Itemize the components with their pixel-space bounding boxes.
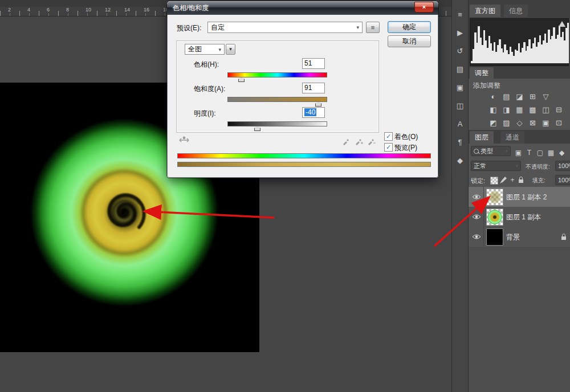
ruler-number: 12 [105, 7, 111, 13]
close-button[interactable]: × [414, 2, 434, 13]
adjustment-icon[interactable]: ▤ [500, 92, 513, 101]
divider [483, 227, 484, 247]
adjustment-icon[interactable]: ▩ [526, 105, 539, 114]
eye-icon[interactable] [472, 214, 481, 220]
layer-row-copy2[interactable]: 图层 1 副本 2 [469, 187, 570, 207]
lock-paint-icon[interactable] [500, 177, 507, 183]
eyedropper-add-icon[interactable] [355, 137, 363, 145]
adjustment-icon[interactable]: ◩ [487, 119, 500, 127]
fill-label: 填充: [532, 177, 545, 185]
eyedropper-icon[interactable] [342, 137, 351, 145]
histogram-warning-icon[interactable] [559, 21, 565, 27]
hue-saturation-dialog: 色相/饱和度 × 预设(E): 自定 ▾ ≡ 确定 取消 全图 ▾ ▾ 色相(H… [167, 1, 438, 178]
adjustment-icon[interactable]: ▦ [513, 105, 526, 114]
adjustment-icon[interactable]: ⊠ [526, 119, 539, 127]
cancel-button[interactable]: 取消 [388, 35, 431, 47]
layer-name[interactable]: 背景 [506, 232, 520, 242]
character-panel-icon[interactable]: A [452, 117, 468, 130]
channel-value: 全图 [188, 44, 202, 54]
layer-filter-row: 类型 ▾ ▣T▢▦◆ [469, 144, 570, 159]
adjustment-icon[interactable]: ◇ [513, 119, 526, 127]
adjustment-icon[interactable]: ▣ [539, 119, 552, 127]
preset-options-button[interactable]: ≡ [366, 22, 380, 33]
blend-mode-row: 正常 ▾ 不透明度: 100% [469, 158, 570, 174]
layer-filter-icon[interactable]: T [524, 149, 535, 157]
adjustment-icon[interactable]: ◫ [539, 105, 552, 114]
lock-label: 锁定: [471, 177, 485, 185]
adjustment-icon[interactable]: ⊞ [526, 92, 539, 101]
lightness-input[interactable]: -40 [302, 107, 325, 118]
tab-layers[interactable]: 图层 [470, 131, 494, 144]
layer-row-copy[interactable]: 图层 1 副本 [469, 207, 570, 227]
adjustment-row: ◩▨◇⊠▣⊡ [487, 117, 570, 128]
hue-value: 51 [304, 59, 312, 67]
adjustment-icon[interactable]: ▨ [500, 119, 513, 127]
fill-dropdown[interactable]: 100% [555, 175, 570, 185]
adjustments-panel: 添加调整 ◐▤◪⊞▽ ◧◨▦▩◫⊟ ◩▨◇⊠▣⊡ [469, 79, 570, 130]
layer-filter-dropdown[interactable]: 类型 ▾ [471, 146, 511, 156]
lightness-slider[interactable] [227, 121, 327, 126]
layer-thumbnail[interactable] [486, 209, 503, 226]
layer-row-background[interactable]: 背景 [469, 227, 570, 247]
collapse-panels-icon[interactable]: ≡ [452, 8, 468, 21]
channel-dropdown[interactable]: 全图 ▾ [185, 44, 225, 55]
hue-slider[interactable] [227, 72, 327, 77]
layer-comps-icon[interactable]: ◫ [452, 99, 468, 112]
dialog-title: 色相/饱和度 [173, 1, 209, 15]
lock-all-icon[interactable] [518, 176, 525, 183]
adjustment-icon[interactable]: ⊟ [552, 105, 565, 114]
adjustment-icon[interactable]: ◧ [487, 105, 500, 114]
colorize-checkbox[interactable]: ✓ [384, 132, 393, 141]
actions-icon[interactable]: ▶ [452, 26, 468, 39]
3d-panel-icon[interactable]: ◆ [452, 154, 468, 166]
paragraph-panel-icon[interactable]: ¶ [452, 136, 468, 148]
panel-icon-strip: ≡▶↺▤▣◫A¶◆ [451, 0, 469, 392]
ruler-number: 2 [8, 7, 11, 13]
chevron-down-icon: ▾ [229, 46, 232, 52]
layer-filter-icon[interactable]: ▦ [545, 149, 556, 157]
lock-transparency-icon[interactable] [490, 177, 498, 185]
tab-channels[interactable]: 通道 [500, 131, 524, 144]
clone-source-icon[interactable]: ▣ [452, 81, 468, 93]
layer-name[interactable]: 图层 1 副本 2 [506, 193, 547, 202]
preset-dropdown[interactable]: 自定 ▾ [207, 22, 363, 33]
saturation-input[interactable]: 91 [302, 83, 325, 93]
histogram-bars [471, 20, 569, 64]
adjustment-icon[interactable]: ◐ [487, 92, 500, 101]
eyedropper-subtract-icon[interactable] [367, 137, 376, 145]
lightness-value: -40 [304, 108, 316, 116]
histogram-panel [470, 18, 569, 66]
channel-menu-button[interactable]: ▾ [226, 44, 235, 55]
adjustment-icon[interactable]: ◪ [513, 92, 526, 101]
eye-icon[interactable] [472, 234, 481, 240]
blend-mode-dropdown[interactable]: 正常 ▾ [471, 161, 521, 171]
layer-filter-icon[interactable]: ▢ [535, 149, 545, 157]
history-icon[interactable]: ↺ [452, 44, 468, 57]
tab-info[interactable]: 信息 [504, 5, 528, 17]
brush-presets-icon[interactable]: ▤ [452, 63, 468, 75]
lock-move-icon[interactable]: + [509, 177, 516, 183]
thumbnail-art [487, 209, 503, 225]
adjustment-icon[interactable]: ⊡ [552, 119, 565, 127]
ok-button[interactable]: 确定 [388, 21, 431, 33]
saturation-slider[interactable] [227, 97, 327, 102]
layer-thumbnail[interactable] [486, 189, 503, 206]
adjustment-icon[interactable]: ▽ [539, 92, 552, 101]
layer-thumbnail[interactable] [486, 228, 503, 246]
layer-filter-icons: ▣T▢▦◆ [513, 147, 567, 157]
layer-name[interactable]: 图层 1 副本 [506, 213, 541, 222]
saturation-value: 91 [304, 84, 312, 92]
tab-histogram[interactable]: 直方图 [470, 5, 500, 17]
layer-filter-icon[interactable]: ▣ [513, 149, 524, 157]
dialog-titlebar[interactable]: 色相/饱和度 × [167, 1, 438, 15]
on-image-adjustment-icon[interactable] [178, 135, 190, 145]
tab-adjustments[interactable]: 调整 [470, 67, 494, 79]
opacity-dropdown[interactable]: 100% [555, 161, 570, 171]
layer-filter-icon[interactable]: ◆ [556, 149, 567, 157]
preview-checkbox[interactable]: ✓ [384, 143, 393, 152]
preset-label: 预设(E): [177, 23, 201, 33]
adjustment-icon[interactable]: ◨ [500, 105, 513, 114]
eye-icon[interactable] [472, 194, 481, 200]
hue-input[interactable]: 51 [302, 58, 325, 69]
ruler-number: 6 [47, 7, 50, 13]
